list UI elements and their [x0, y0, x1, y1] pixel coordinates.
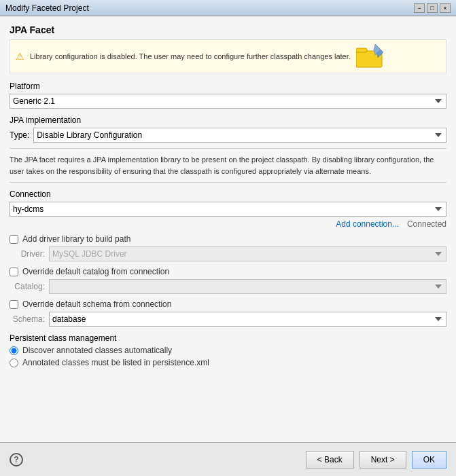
- connection-dropdown[interactable]: hy-dcms: [10, 202, 446, 217]
- warning-icon: ⚠: [16, 51, 24, 62]
- driver-dropdown[interactable]: MySQL JDBC Driver: [49, 246, 446, 261]
- driver-row: Driver: MySQL JDBC Driver: [10, 246, 446, 261]
- connected-text: Connected: [407, 219, 446, 229]
- discover-row: Discover annotated classes automatically: [10, 346, 446, 355]
- override-catalog-label: Override default catalog from connection: [22, 267, 169, 276]
- warning-text: Library configuration is disabled. The u…: [30, 52, 351, 60]
- page-title: JPA Facet: [10, 24, 446, 35]
- schema-row: Schema: database: [10, 312, 446, 327]
- add-driver-label: Add driver library to build path: [22, 234, 130, 244]
- minimize-button[interactable]: −: [414, 3, 425, 13]
- maximize-button[interactable]: □: [427, 3, 438, 13]
- override-schema-checkbox[interactable]: [10, 300, 18, 309]
- title-bar-buttons: − □ ×: [414, 3, 451, 13]
- jpa-implementation-label: JPA implementation: [10, 115, 446, 125]
- discover-radio[interactable]: [10, 346, 18, 355]
- close-button[interactable]: ×: [440, 3, 451, 13]
- override-schema-label: Override default schema from connection: [22, 299, 171, 309]
- connection-section: Connection hy-dcms Add connection... Con…: [10, 189, 446, 229]
- driver-field-label: Driver:: [10, 249, 45, 259]
- type-dropdown[interactable]: Disable Library Configuration: [33, 128, 446, 143]
- bottom-buttons: < Back Next > OK: [306, 451, 446, 469]
- platform-dropdown[interactable]: Generic 2.1: [10, 94, 446, 109]
- add-driver-row: Add driver library to build path: [10, 234, 446, 244]
- help-button[interactable]: ?: [10, 453, 23, 466]
- jpa-implementation-section: JPA implementation Type: Disable Library…: [10, 115, 446, 143]
- annotated-radio[interactable]: [10, 359, 18, 367]
- schema-dropdown[interactable]: database: [49, 312, 446, 327]
- override-catalog-checkbox[interactable]: [10, 268, 18, 276]
- persistent-section: Persistent class management Discover ann…: [10, 333, 446, 367]
- folder-icon: [356, 44, 383, 69]
- platform-label: Platform: [10, 81, 446, 91]
- ok-button[interactable]: OK: [412, 451, 446, 469]
- catalog-field-label: Catalog:: [10, 282, 45, 291]
- type-label: Type:: [10, 130, 29, 140]
- add-driver-checkbox[interactable]: [10, 235, 18, 244]
- annotated-label: Annotated classes must be listed in pers…: [22, 358, 209, 367]
- override-catalog-row: Override default catalog from connection: [10, 267, 446, 276]
- description-box: The JPA facet requires a JPA implementat…: [10, 148, 446, 183]
- main-content: JPA Facet ⚠ Library configuration is dis…: [0, 16, 456, 442]
- type-row: Type: Disable Library Configuration: [10, 128, 446, 143]
- add-connection-link[interactable]: Add connection...: [336, 219, 399, 229]
- title-bar-text: Modify Faceted Project: [5, 3, 89, 13]
- description-text: The JPA facet requires a JPA implementat…: [10, 155, 434, 175]
- svg-rect-1: [356, 48, 367, 52]
- discover-label: Discover annotated classes automatically: [22, 346, 172, 355]
- platform-section: Platform Generic 2.1: [10, 81, 446, 109]
- connection-links: Add connection... Connected: [10, 219, 446, 229]
- persistent-label: Persistent class management: [10, 333, 446, 343]
- catalog-row: Catalog:: [10, 279, 446, 294]
- schema-field-label: Schema:: [10, 314, 45, 324]
- annotated-row: Annotated classes must be listed in pers…: [10, 358, 446, 367]
- title-bar: Modify Faceted Project − □ ×: [0, 0, 456, 16]
- back-button[interactable]: < Back: [306, 451, 354, 469]
- bottom-bar: ? < Back Next > OK: [0, 442, 456, 476]
- warning-box: ⚠ Library configuration is disabled. The…: [10, 39, 446, 73]
- catalog-dropdown[interactable]: [49, 279, 446, 294]
- connection-label: Connection: [10, 189, 446, 199]
- next-button[interactable]: Next >: [359, 451, 406, 469]
- override-schema-row: Override default schema from connection: [10, 299, 446, 309]
